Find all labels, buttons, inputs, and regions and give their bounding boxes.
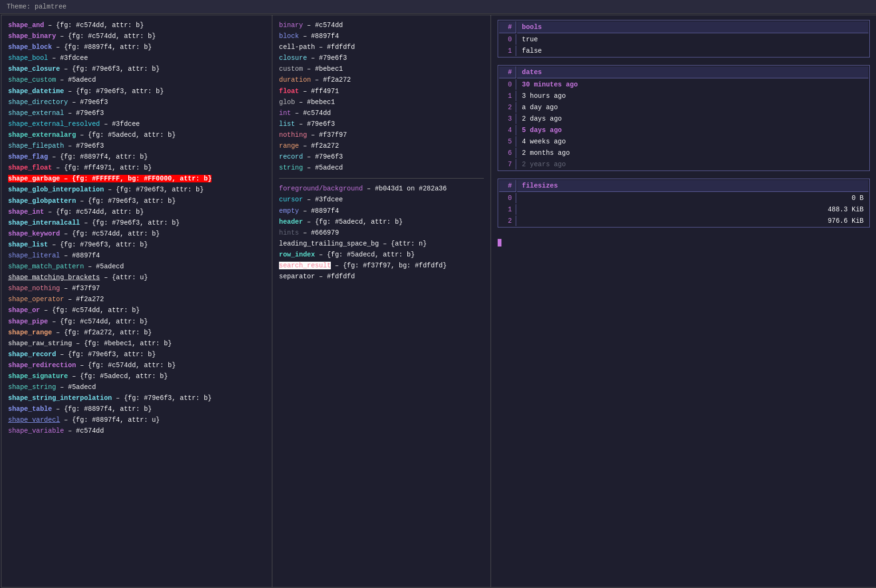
list-item: shape_or – {fg: #c574dd, attr: b} xyxy=(8,305,265,316)
row-num: 2 xyxy=(499,216,516,226)
row-num: 1 xyxy=(499,91,516,101)
dates-hash-header: # xyxy=(499,66,516,78)
list-item: cell-path – #fdfdfd xyxy=(279,42,484,53)
list-item: list – #79e6f3 xyxy=(279,119,484,130)
filesizes-table: # filesizes 00 B1488.3 KiB2976.6 KiB xyxy=(498,179,870,228)
list-item: shape_glob_interpolation – {fg: #79e6f3,… xyxy=(8,184,265,195)
list-item: shape_globpattern – {fg: #79e6f3, attr: … xyxy=(8,196,265,207)
list-item: shape_redirection – {fg: #c574dd, attr: … xyxy=(8,360,265,371)
theme-bar: Theme: palmtree xyxy=(0,0,876,14)
list-item: nothing – #f37f97 xyxy=(279,130,484,141)
table-row: 0true xyxy=(499,34,868,45)
list-item: glob – #bebec1 xyxy=(279,97,484,108)
date-value: 30 minutes ago xyxy=(517,79,868,90)
list-item: range – #f2a272 xyxy=(279,141,484,152)
list-item: shape_bool – #3fdcee xyxy=(8,53,265,64)
list-item: leading_trailing_space_bg – {attr: n} xyxy=(279,238,484,249)
list-item: shape_custom – #5adecd xyxy=(8,75,265,85)
bools-title: bools xyxy=(517,21,868,33)
list-item: shape_operator – #f2a272 xyxy=(8,294,265,305)
list-item: shape_range – {fg: #f2a272, attr: b} xyxy=(8,327,265,338)
date-value: a day ago xyxy=(517,102,868,113)
row-num: 4 xyxy=(499,125,516,135)
list-item: shape_match_pattern – #5adecd xyxy=(8,261,265,272)
list-item: shape_variable – #c574dd xyxy=(8,426,265,436)
list-item: shape_matching_brackets – {attr: u} xyxy=(8,272,265,283)
list-item: block – #8897f4 xyxy=(279,31,484,42)
row-num: 0 xyxy=(499,79,516,90)
bools-hash-header: # xyxy=(499,21,516,33)
list-item: shape_pipe – {fg: #c574dd, attr: b} xyxy=(8,316,265,327)
list-item: shape_directory – #79e6f3 xyxy=(8,97,265,108)
table-row: 72 years ago xyxy=(499,159,868,170)
date-value: 2 months ago xyxy=(517,148,868,158)
dates-title: dates xyxy=(517,66,868,78)
list-item: shape_list – {fg: #79e6f3, attr: b} xyxy=(8,239,265,250)
list-item: shape_nothing – #f37f97 xyxy=(8,283,265,294)
list-item: header – {fg: #5adecd, attr: b} xyxy=(279,217,484,228)
row-num: 6 xyxy=(499,148,516,158)
list-item: empty – #8897f4 xyxy=(279,206,484,217)
list-item: shape_keyword – {fg: #c574dd, attr: b} xyxy=(8,228,265,239)
list-item: shape_datetime – {fg: #79e6f3, attr: b} xyxy=(8,86,265,97)
list-item: closure – #79e6f3 xyxy=(279,53,484,64)
date-value: 4 weeks ago xyxy=(517,136,868,147)
list-item: shape_internalcall – {fg: #79e6f3, attr:… xyxy=(8,218,265,228)
table-row: 00 B xyxy=(499,193,868,203)
table-row: 030 minutes ago xyxy=(499,79,868,90)
filesize-value: 488.3 KiB xyxy=(517,204,868,215)
list-item: shape_and – {fg: #c574dd, attr: b} xyxy=(8,20,265,31)
mid-column: binary – #c574ddblock – #8897f4cell-path… xyxy=(272,15,491,587)
list-item: separator – #fdfdfd xyxy=(279,271,484,282)
dates-table: # dates 030 minutes ago13 hours ago2a da… xyxy=(498,65,870,171)
list-item: float – #ff4971 xyxy=(279,86,484,97)
list-item: shape_table – {fg: #8897f4, attr: b} xyxy=(8,404,265,415)
filesize-value: 0 B xyxy=(517,193,868,203)
date-value: 5 days ago xyxy=(517,125,868,135)
list-item: shape_closure – {fg: #79e6f3, attr: b} xyxy=(8,64,265,75)
table-row: 54 weeks ago xyxy=(499,136,868,147)
list-item: shape_int – {fg: #c574dd, attr: b} xyxy=(8,207,265,218)
list-item: shape_externalarg – {fg: #5adecd, attr: … xyxy=(8,130,265,141)
table-row: 62 months ago xyxy=(499,148,868,158)
list-item: shape_binary – {fg: #c574dd, attr: b} xyxy=(8,31,265,42)
row-num: 1 xyxy=(499,46,516,56)
list-item: shape_string – #5adecd xyxy=(8,382,265,393)
list-item: duration – #f2a272 xyxy=(279,75,484,85)
date-value: 2 years ago xyxy=(517,159,868,170)
table-row: 45 days ago xyxy=(499,125,868,135)
filesize-value: 976.6 KiB xyxy=(517,216,868,226)
list-item: int – #c574dd xyxy=(279,108,484,119)
main-container: shape_and – {fg: #c574dd, attr: b}shape_… xyxy=(1,15,876,588)
list-item: shape_flag – {fg: #8897f4, attr: b} xyxy=(8,152,265,162)
bool-value: false xyxy=(517,46,868,56)
row-num: 3 xyxy=(499,114,516,124)
list-item: custom – #bebec1 xyxy=(279,64,484,75)
left-column: shape_and – {fg: #c574dd, attr: b}shape_… xyxy=(1,15,272,587)
list-item: shape_float – {fg: #ff4971, attr: b} xyxy=(8,162,265,173)
date-value: 2 days ago xyxy=(517,114,868,124)
list-item: shape_external_resolved – #3fdcee xyxy=(8,119,265,130)
row-num: 0 xyxy=(499,193,516,203)
row-num: 1 xyxy=(499,204,516,215)
row-num: 5 xyxy=(499,136,516,147)
right-column: # bools 0true1false # dates 030 minutes … xyxy=(491,15,876,587)
table-row: 2976.6 KiB xyxy=(499,216,868,226)
list-item: binary – #c574dd xyxy=(279,20,484,31)
theme-label: Theme: palmtree xyxy=(7,3,67,10)
cursor-bar xyxy=(498,239,501,247)
list-item: row_index – {fg: #5adecd, attr: b} xyxy=(279,249,484,260)
bools-table: # bools 0true1false xyxy=(498,20,870,57)
row-num: 7 xyxy=(499,159,516,170)
table-row: 1false xyxy=(499,46,868,56)
table-row: 2a day ago xyxy=(499,102,868,113)
list-item: search_result – {fg: #f37f97, bg: #fdfdf… xyxy=(279,260,484,271)
list-item: shape_signature – {fg: #5adecd, attr: b} xyxy=(8,371,265,382)
list-item: hints – #666979 xyxy=(279,228,484,238)
row-num: 2 xyxy=(499,102,516,113)
list-item: string – #5adecd xyxy=(279,162,484,173)
list-item: shape_record – {fg: #79e6f3, attr: b} xyxy=(8,349,265,360)
list-item: shape_string_interpolation – {fg: #79e6f… xyxy=(8,393,265,404)
date-value: 3 hours ago xyxy=(517,91,868,101)
table-row: 13 hours ago xyxy=(499,91,868,101)
